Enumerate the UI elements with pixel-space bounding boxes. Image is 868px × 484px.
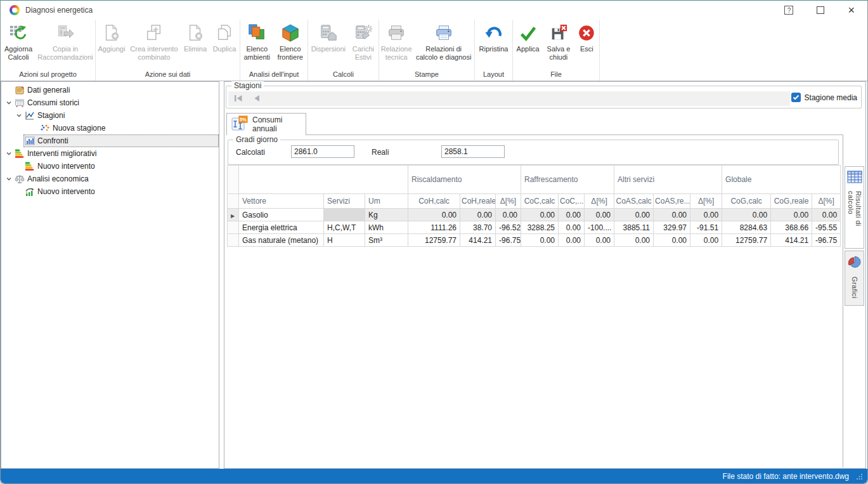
ribbon-group-layout: Ripristina Layout xyxy=(475,20,513,81)
chevron-down-icon[interactable] xyxy=(4,176,13,182)
chevron-down-icon[interactable] xyxy=(4,150,13,157)
notebook-icon xyxy=(15,85,25,95)
tree-item-label: Nuovo intervento xyxy=(37,162,95,171)
ribbon-group-calcoli: Dispersioni Carichi Estivi Calcoli xyxy=(308,20,379,81)
nav-first-button[interactable] xyxy=(234,93,244,105)
ribbon-group-label: Stampe xyxy=(379,69,474,81)
aggiungi-button[interactable]: Aggiungi xyxy=(97,23,126,53)
aggiorna-calcoli-button[interactable]: Aggiorna Calcoli xyxy=(2,23,35,62)
stagioni-group-label: Stagioni xyxy=(231,81,264,90)
close-button[interactable]: × xyxy=(848,6,855,14)
col-header-coas-calc[interactable]: CoAS,calc xyxy=(614,194,654,209)
tree-item-nuovo-intervento-economico[interactable]: Nuovo intervento xyxy=(1,185,219,198)
row-indicator-header xyxy=(228,166,239,194)
printer-color-icon xyxy=(434,23,454,43)
col-header-coc-reale[interactable]: CoC,... xyxy=(559,194,585,209)
col-header-coh-calc[interactable]: CoH,calc xyxy=(408,194,460,209)
tab-grafici[interactable]: Grafici xyxy=(845,251,864,306)
ripristina-button[interactable]: Ripristina xyxy=(477,23,511,53)
tab-consumi-annuali[interactable]: 5% Consumi annuali xyxy=(226,113,306,135)
crea-intervento-combinato-button[interactable]: Crea intervento combinato xyxy=(128,23,180,62)
project-tree-panel: Dati generali Consumi storici Stagioni N… xyxy=(1,81,219,469)
current-row-arrow: ▶ xyxy=(228,209,239,221)
nav-prev-button[interactable] xyxy=(253,93,261,105)
tree-item-confronti[interactable]: Confronti xyxy=(1,134,219,147)
calcolati-label: Calcolati xyxy=(236,148,265,157)
col-header-coh-reale[interactable]: CoH,reale xyxy=(460,194,496,209)
col-header-delta-c[interactable]: Δ[%] xyxy=(585,194,614,209)
ribbon-group-label: File xyxy=(513,69,599,81)
tree-item-label: Consumi storici xyxy=(27,98,79,107)
table-row-energia-elettrica[interactable]: Energia elettrica H,C,W,T kWh 1111.26 38… xyxy=(228,221,841,234)
stagione-media-label: Stagione media xyxy=(805,93,857,102)
col-header-cog-calc[interactable]: CoG,calc xyxy=(722,194,771,209)
tree-item-nuovo-intervento-migliorativo[interactable]: Nuovo intervento xyxy=(1,160,219,173)
col-header-cog-reale[interactable]: CoG,reale xyxy=(771,194,812,209)
table-row-gasolio[interactable]: ▶ Gasolio Kg 0.00 0.00 0.00 0.00 0.00 0.… xyxy=(228,209,841,221)
gradi-giorno-groupbox: Gradi giorno Calcolati Reali xyxy=(228,140,839,165)
tree-item-consumi-storici[interactable]: Consumi storici xyxy=(1,96,219,109)
status-bar: File stato di fatto: ante intervento.dwg xyxy=(1,469,867,483)
ribbon: Aggiorna Calcoli Copia in Raccomandazion… xyxy=(1,20,867,81)
group-header-altri-servizi: Altri servizi xyxy=(614,166,722,194)
consumi-annuali-icon: 5% xyxy=(231,115,248,134)
col-header-um[interactable]: Um xyxy=(365,194,408,209)
chevron-down-icon[interactable] xyxy=(4,100,13,106)
help-button[interactable]: ? xyxy=(784,6,793,15)
tree-item-label: Confronti xyxy=(37,136,68,145)
side-tab-label: Risultati di calcolo xyxy=(847,191,862,248)
balance-icon xyxy=(15,174,25,184)
tree-item-stagioni[interactable]: Stagioni xyxy=(1,109,219,122)
tab-label: Consumi annuali xyxy=(252,115,301,133)
tree-item-analisi-economica[interactable]: Analisi economica xyxy=(1,173,219,185)
elimina-button[interactable]: Elimina xyxy=(182,23,209,53)
title-bar: Diagnosi energetica ? × xyxy=(1,1,867,20)
copia-raccomandazioni-button[interactable]: Copia in Raccomandazioni xyxy=(37,23,94,62)
tree-item-nuova-stagione[interactable]: Nuova stagione xyxy=(1,122,219,134)
check-icon xyxy=(518,23,538,43)
ribbon-group-azione-dati: Aggiungi Crea intervento combinato Elimi… xyxy=(96,20,240,81)
tree-item-dati-generali[interactable]: Dati generali xyxy=(1,84,219,96)
col-header-delta-g[interactable]: Δ[%] xyxy=(812,194,841,209)
salva-e-chiudi-button[interactable]: Salva e chiudi xyxy=(543,23,573,62)
tree-item-interventi-migliorativi[interactable]: Interventi migliorativi xyxy=(1,147,219,160)
page-add-icon xyxy=(101,23,122,43)
reali-field[interactable] xyxy=(441,145,505,158)
calculator-sun-icon xyxy=(353,23,373,43)
layers-icon xyxy=(247,23,267,43)
col-header-delta-as[interactable]: Δ[%] xyxy=(690,194,722,209)
stagione-media-checkbox[interactable] xyxy=(791,93,801,102)
dispersioni-button[interactable]: Dispersioni xyxy=(309,23,347,53)
ribbon-group-stampe: Relazione tecnica Relazioni di calcolo e… xyxy=(379,20,475,81)
elenco-ambienti-button[interactable]: Elenco ambienti xyxy=(242,23,273,62)
chevron-down-icon[interactable] xyxy=(15,112,23,119)
tab-risultati-di-calcolo[interactable]: Risultati di calcolo xyxy=(845,166,864,249)
col-header-coc-calc[interactable]: CoC,calc xyxy=(521,194,559,209)
resize-grip-icon[interactable] xyxy=(857,471,867,482)
maximize-button[interactable] xyxy=(817,6,824,14)
table-row-gas-naturale[interactable]: Gas naturale (metano) H Sm³ 12759.77 414… xyxy=(228,234,841,247)
cube-icon xyxy=(280,23,301,43)
duplica-button[interactable]: Duplica xyxy=(211,23,238,53)
radiator-icon xyxy=(15,98,25,108)
window-title: Diagnosi energetica xyxy=(25,6,93,15)
group-header-raffrescamento: Raffrescamento xyxy=(521,166,614,194)
col-header-delta-h[interactable]: Δ[%] xyxy=(496,194,521,209)
elenco-frontiere-button[interactable]: Elenco frontiere xyxy=(275,23,306,62)
bar-chart-icon xyxy=(25,136,35,146)
applica-button[interactable]: Applica xyxy=(514,23,541,53)
page-delete-icon xyxy=(185,23,205,43)
stagioni-groupbox: Stagioni Stagione media xyxy=(226,86,862,108)
calculator-house-icon xyxy=(318,23,339,43)
calcolati-field[interactable] xyxy=(291,145,354,158)
carichi-estivi-button[interactable]: Carichi Estivi xyxy=(349,23,377,62)
col-header-coas-reale[interactable]: CoAS,re... xyxy=(654,194,690,209)
esci-button[interactable]: Esci xyxy=(576,23,598,53)
relazioni-calcolo-diagnosi-button[interactable]: Relazioni di calcolo e diagnosi xyxy=(414,23,473,62)
relazione-tecnica-button[interactable]: Relazione tecnica xyxy=(380,23,412,62)
col-header-servizi[interactable]: Servizi xyxy=(324,194,365,209)
col-header-vettore[interactable]: Vettore xyxy=(239,194,324,209)
ribbon-group-analisi-input: Elenco ambienti Elenco frontiere Analisi… xyxy=(240,20,308,81)
ribbon-group-file: Applica Salva e chiudi Esci File xyxy=(513,20,600,81)
reali-label: Reali xyxy=(372,148,389,157)
